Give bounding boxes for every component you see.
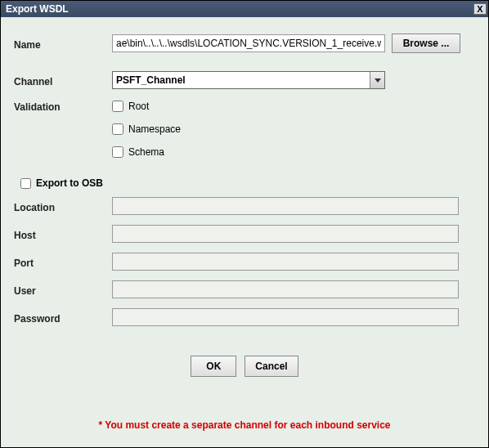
validation-label: Validation (14, 99, 112, 113)
validation-schema-checkbox[interactable] (112, 146, 123, 158)
user-row: User (14, 280, 475, 298)
dialog-content: Name Browse ... Channel PSFT_Channel Val… (1, 17, 488, 447)
validation-root-row: Root (112, 101, 181, 112)
validation-root-checkbox[interactable] (112, 101, 123, 112)
password-row: Password (14, 308, 475, 326)
location-row: Location (14, 197, 475, 215)
validation-namespace-label: Namespace (128, 123, 181, 135)
dialog-buttons: OK Cancel (14, 356, 475, 377)
port-row: Port (14, 253, 475, 271)
validation-root-label: Root (128, 101, 149, 112)
location-input (112, 197, 459, 215)
validation-schema-label: Schema (128, 146, 164, 158)
name-row: Name Browse ... (14, 34, 475, 53)
password-label: Password (14, 311, 112, 325)
validation-group: Root Namespace Schema (112, 99, 181, 158)
channel-label: Channel (14, 74, 112, 87)
titlebar: Export WSDL X (1, 1, 488, 17)
footer-warning: * You must create a separate channel for… (14, 419, 475, 439)
validation-namespace-row: Namespace (112, 123, 181, 135)
export-osb-checkbox[interactable] (20, 178, 31, 189)
cancel-button[interactable]: Cancel (244, 356, 298, 377)
user-label: User (14, 283, 112, 297)
export-wsdl-dialog: Export WSDL X Name Browse ... Channel PS… (0, 0, 489, 448)
channel-select[interactable]: PSFT_Channel (112, 71, 385, 89)
host-row: Host (14, 225, 475, 243)
user-input (112, 280, 459, 298)
host-label: Host (14, 227, 112, 241)
export-osb-row: Export to OSB (20, 177, 475, 189)
channel-row: Channel PSFT_Channel (14, 71, 475, 89)
channel-select-wrap: PSFT_Channel (112, 71, 385, 89)
location-label: Location (14, 199, 112, 213)
name-input[interactable] (112, 34, 385, 52)
ok-button[interactable]: OK (191, 356, 236, 377)
dialog-title: Export WSDL (6, 3, 69, 15)
export-osb-label: Export to OSB (36, 177, 103, 189)
name-label: Name (14, 37, 112, 51)
validation-row: Validation Root Namespace Schema (14, 99, 475, 158)
browse-button[interactable]: Browse ... (392, 34, 460, 53)
port-input (112, 253, 459, 271)
port-label: Port (14, 255, 112, 269)
validation-namespace-checkbox[interactable] (112, 123, 123, 135)
validation-schema-row: Schema (112, 146, 181, 158)
close-icon[interactable]: X (473, 3, 487, 15)
password-input (112, 308, 459, 326)
host-input (112, 225, 459, 243)
